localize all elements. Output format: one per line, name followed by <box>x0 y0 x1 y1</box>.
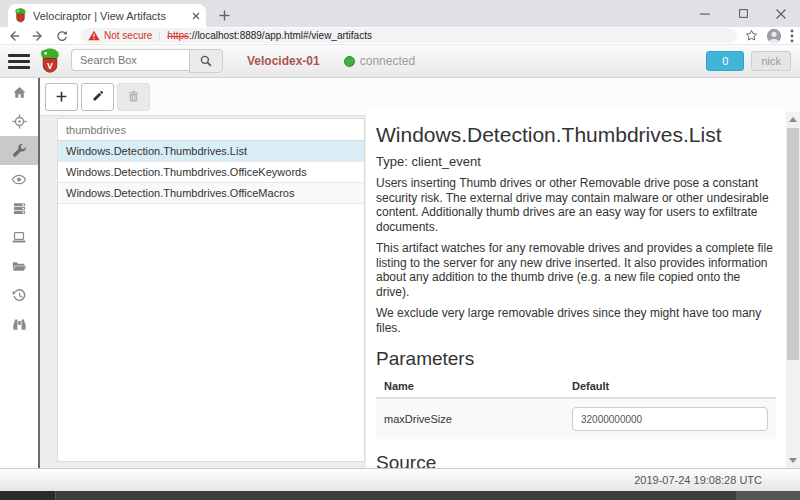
laptop-icon <box>11 230 27 245</box>
sidebar-item-search-clients[interactable] <box>0 310 38 339</box>
window-minimize-button[interactable] <box>686 0 724 27</box>
logo-letter: V <box>47 61 53 71</box>
artifact-list-item[interactable]: Windows.Detection.Thumbdrives.List <box>58 141 364 162</box>
wrench-icon <box>12 143 27 158</box>
address-divider <box>159 31 160 41</box>
history-icon <box>12 288 27 303</box>
artifact-description-paragraph: Users inserting Thumb drives or other Re… <box>376 176 776 234</box>
param-col-default: Default <box>564 375 776 398</box>
add-artifact-button[interactable] <box>45 83 78 111</box>
window-controls <box>686 0 800 27</box>
notifications-button[interactable]: 0 <box>706 51 744 71</box>
sidebar-item-view-artifacts[interactable] <box>0 136 38 165</box>
forward-arrow-icon <box>32 30 44 42</box>
artifact-type: Type: client_event <box>376 154 776 169</box>
sidebar-item-hunt-manager[interactable] <box>0 107 38 136</box>
parameter-default-input[interactable] <box>572 407 768 431</box>
folder-open-icon <box>11 259 27 274</box>
artifact-filter-input[interactable] <box>58 119 364 141</box>
scroll-down-arrow-icon[interactable] <box>789 458 797 463</box>
back-arrow-icon <box>8 30 20 42</box>
artifact-list-item[interactable]: Windows.Detection.Thumbdrives.OfficeKeyw… <box>58 162 364 183</box>
sidebar-item-server-events[interactable] <box>0 194 38 223</box>
scrollbar-thumb[interactable] <box>787 128 799 360</box>
parameter-row: maxDriveSize <box>376 398 776 439</box>
nav-sidebar <box>0 78 40 468</box>
detail-scrollbar[interactable] <box>786 112 800 468</box>
close-icon <box>776 9 786 19</box>
velociraptor-logo-icon: V <box>39 48 61 74</box>
delete-artifact-button[interactable] <box>117 83 150 111</box>
search-button[interactable] <box>189 49 223 73</box>
app-header: V Velocidex-01 connected 0 nick <box>0 45 800 78</box>
sidebar-item-client-events[interactable] <box>0 165 38 194</box>
not-secure-warning-icon <box>88 30 100 41</box>
sidebar-item-home[interactable] <box>0 78 38 107</box>
artifact-list-item[interactable]: Windows.Detection.Thumbdrives.OfficeMacr… <box>58 183 364 204</box>
browser-toolbar: Not secure https://localhost:8889/app.ht… <box>0 27 800 45</box>
server-icon <box>12 201 27 216</box>
reload-icon <box>56 30 68 42</box>
connection-status-dot <box>344 56 355 67</box>
browser-tab[interactable]: Velociraptor | View Artifacts <box>8 4 206 27</box>
edit-artifact-button[interactable] <box>81 83 114 111</box>
artifact-detail-panel: Windows.Detection.Thumbdrives.List Type:… <box>366 110 786 468</box>
param-col-name: Name <box>376 375 564 398</box>
reload-button[interactable] <box>52 28 72 44</box>
server-timestamp: 2019-07-24 19:08:28 UTC <box>634 474 800 486</box>
browser-menu-kebab-icon[interactable] <box>790 29 794 43</box>
connection-status-label: connected <box>360 54 415 68</box>
global-search <box>71 49 223 73</box>
home-icon <box>12 85 27 100</box>
back-button[interactable] <box>4 28 24 44</box>
binoculars-icon <box>12 317 27 332</box>
window-maximize-button[interactable] <box>724 0 762 27</box>
window-close-button[interactable] <box>762 0 800 27</box>
minimize-icon <box>700 9 710 19</box>
screen: Velociraptor | View Artifacts <box>0 0 800 500</box>
os-taskbar <box>0 491 800 500</box>
maximize-icon <box>739 9 748 18</box>
artifact-list: Windows.Detection.Thumbdrives.ListWindow… <box>58 141 364 204</box>
trash-icon <box>127 90 140 103</box>
sidebar-item-host-information[interactable] <box>0 223 38 252</box>
browser-actions <box>745 28 794 44</box>
plus-icon <box>55 90 68 103</box>
not-secure-label: Not secure <box>104 30 152 41</box>
parameters-table: Name Default maxDriveSize <box>376 375 776 439</box>
profile-avatar-icon[interactable] <box>766 28 782 44</box>
url-scheme: https <box>167 30 189 41</box>
bookmark-star-icon[interactable] <box>745 29 758 42</box>
plus-icon <box>219 10 230 21</box>
artifact-list-panel: Windows.Detection.Thumbdrives.ListWindow… <box>57 118 365 462</box>
artifact-description-paragraph: This artifact watches for any removable … <box>376 241 776 299</box>
crosshairs-icon <box>12 114 27 129</box>
address-bar[interactable]: Not secure https://localhost:8889/app.ht… <box>80 28 737 43</box>
artifact-title: Windows.Detection.Thumbdrives.List <box>376 123 776 147</box>
tab-title: Velociraptor | View Artifacts <box>33 10 192 22</box>
search-icon <box>199 54 213 68</box>
main-content: Windows.Detection.Thumbdrives.ListWindow… <box>40 78 800 468</box>
pencil-icon <box>91 90 104 103</box>
search-input[interactable] <box>71 49 189 71</box>
new-tab-button[interactable] <box>216 7 232 23</box>
user-menu-button[interactable]: nick <box>751 51 791 71</box>
forward-button[interactable] <box>28 28 48 44</box>
eye-icon <box>11 172 27 187</box>
tab-close-icon[interactable] <box>192 12 200 20</box>
browser-tab-strip: Velociraptor | View Artifacts <box>0 0 800 27</box>
artifact-description-paragraph: We exclude very large removable drives s… <box>376 306 776 335</box>
velociraptor-favicon-icon <box>14 8 27 23</box>
status-footer: 2019-07-24 19:08:28 UTC <box>0 468 800 491</box>
sidebar-item-collected-artifacts[interactable] <box>0 281 38 310</box>
hamburger-menu-icon[interactable] <box>8 54 30 69</box>
parameter-name: maxDriveSize <box>376 398 564 439</box>
sidebar-item-virtual-filesystem[interactable] <box>0 252 38 281</box>
url-text: ://localhost:8889/app.html#/view_artifac… <box>189 30 372 41</box>
taskbar-segment <box>736 491 800 500</box>
scroll-up-arrow-icon[interactable] <box>789 117 797 122</box>
client-name[interactable]: Velocidex-01 <box>247 54 320 68</box>
taskbar-segment <box>0 491 56 500</box>
parameters-heading: Parameters <box>376 348 776 370</box>
source-heading: Source <box>376 452 776 468</box>
